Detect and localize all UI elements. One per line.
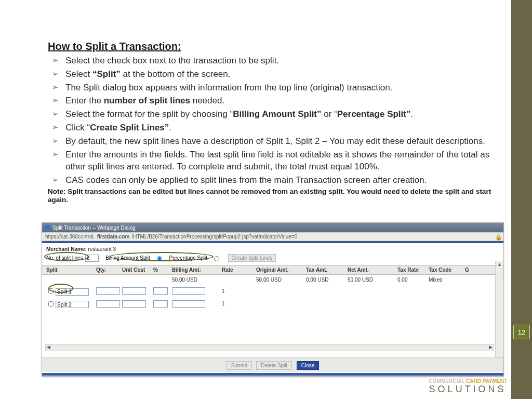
qty-input[interactable] bbox=[96, 287, 120, 295]
brand-line1b: CARD PAYMENT bbox=[464, 378, 507, 384]
dialog-button-row: Submit Delete Split Close bbox=[42, 357, 503, 372]
instruction-item: Select the check box next to the transac… bbox=[48, 55, 495, 67]
split-name-input[interactable] bbox=[56, 301, 89, 308]
hdr-taxcode: Tax Code bbox=[429, 267, 465, 273]
address-bar: https://cat.360control.firstdata.com/HTM… bbox=[42, 232, 503, 241]
summary-row: 50.00 USD 50.00 USD 0.00 USD 50.00 USD 0… bbox=[42, 275, 503, 285]
unitcost-input[interactable] bbox=[122, 287, 146, 295]
page-number-badge: 12 bbox=[513, 325, 530, 339]
create-split-lines-button[interactable]: Create Split Lines bbox=[228, 254, 276, 262]
split-row: 1 bbox=[42, 298, 503, 311]
close-button[interactable]: Close bbox=[297, 361, 320, 370]
qty-input[interactable] bbox=[96, 300, 120, 308]
delete-split-button[interactable]: Delete Split bbox=[256, 361, 292, 370]
split-name-input[interactable] bbox=[56, 288, 89, 296]
instruction-item: By default, the new split lines have a d… bbox=[48, 135, 495, 148]
hdr-taxrate: Tax Rate bbox=[397, 267, 429, 273]
instruction-item: Select the format for the split by choos… bbox=[48, 108, 495, 121]
billing-input[interactable] bbox=[172, 287, 205, 295]
rate-value: 1 bbox=[222, 301, 256, 307]
hdr-orig: Original Amt. bbox=[256, 267, 306, 273]
hdr-billing: Billing Amt: bbox=[172, 267, 222, 273]
percentage-radio[interactable] bbox=[214, 256, 219, 261]
sum-tax: 0.00 USD bbox=[306, 277, 348, 283]
vertical-scrollbar[interactable] bbox=[495, 261, 503, 362]
hdr-g: G bbox=[465, 267, 469, 273]
pct-input[interactable] bbox=[153, 300, 168, 308]
url-tail: /HTML/B26/TransactionProcessing/splitPop… bbox=[131, 234, 297, 240]
page-title: How to Split a Transaction: bbox=[48, 41, 495, 52]
column-headers: Split Qty. Unit Cost % Billing Amt: Rate… bbox=[42, 265, 503, 275]
brand-logo: COMMERCIAL CARD PAYMENT SOLUTIONS bbox=[429, 378, 507, 395]
instruction-list: Select the check box next to the transac… bbox=[48, 55, 495, 187]
url-prefix: https://cat.360control. bbox=[45, 234, 95, 240]
sum-taxcode: Mixed bbox=[429, 277, 465, 283]
no-lines-label: No. of split lines bbox=[46, 255, 83, 261]
merchant-label: Merchant Name: bbox=[46, 246, 87, 252]
no-lines-input[interactable] bbox=[85, 255, 99, 262]
instruction-block: How to Split a Transaction: Select the c… bbox=[48, 41, 495, 204]
hdr-pct: % bbox=[153, 267, 172, 273]
brand-line1a: COMMERCIAL bbox=[429, 378, 465, 384]
url-host: firstdata.com bbox=[97, 234, 130, 240]
merchant-name: restaurant 3 bbox=[88, 246, 116, 252]
submit-button[interactable]: Submit bbox=[227, 361, 252, 370]
hdr-unit: Unit Cost bbox=[122, 267, 153, 273]
sum-taxrate: 0.00 bbox=[397, 277, 429, 283]
billing-radio-label: Billing Amount Split bbox=[105, 255, 150, 261]
unitcost-input[interactable] bbox=[122, 300, 146, 308]
ie-icon bbox=[45, 225, 50, 230]
sum-net: 50.00 USD bbox=[348, 277, 397, 283]
footer-strip bbox=[42, 373, 503, 376]
split-dialog-screenshot: Split Transaction -- Webpage Dialog http… bbox=[42, 222, 504, 377]
instruction-item: Enter the number of split lines needed. bbox=[48, 95, 495, 107]
instruction-item: Select “Split” at the bottom of the scre… bbox=[48, 68, 495, 81]
lock-icon: 🔒 bbox=[495, 234, 500, 240]
note-text: Note: Split transactions can be edited b… bbox=[48, 188, 495, 204]
pct-input[interactable] bbox=[153, 287, 168, 295]
billing-input[interactable] bbox=[172, 300, 205, 308]
controls-row: No. of split lines Billing Amount Split … bbox=[42, 253, 503, 265]
hdr-tax: Tax Amt. bbox=[306, 267, 348, 273]
instruction-item: CAS codes can only be applied to split l… bbox=[48, 174, 495, 187]
instruction-item: Click “Create Split Lines”. bbox=[48, 122, 495, 134]
instruction-item: The Split dialog box appears with inform… bbox=[48, 82, 495, 94]
brand-line2: SOLUTIONS bbox=[429, 384, 507, 395]
row-checkbox[interactable] bbox=[48, 301, 54, 307]
split-row: 1 bbox=[42, 285, 503, 298]
hdr-rate: Rate bbox=[222, 267, 256, 273]
hdr-net: Net Amt. bbox=[348, 267, 397, 273]
dialog-title: Split Transaction -- Webpage Dialog bbox=[52, 225, 136, 231]
hdr-qty: Qty. bbox=[96, 267, 122, 273]
billing-radio[interactable] bbox=[157, 256, 162, 261]
rate-value: 1 bbox=[222, 288, 256, 294]
instruction-item: Enter the amounts in the fields. The las… bbox=[48, 149, 495, 174]
sum-orig: 50.00 USD bbox=[256, 277, 306, 283]
percentage-radio-label: Percentage Split bbox=[169, 255, 207, 261]
sum-billing: 50.00 USD bbox=[172, 277, 222, 283]
hdr-split: Split bbox=[46, 267, 96, 273]
row-checkbox[interactable] bbox=[48, 288, 54, 294]
merchant-line: Merchant Name: restaurant 3 bbox=[42, 243, 503, 253]
horizontal-scrollbar[interactable] bbox=[45, 344, 494, 351]
dialog-titlebar: Split Transaction -- Webpage Dialog bbox=[42, 223, 503, 232]
